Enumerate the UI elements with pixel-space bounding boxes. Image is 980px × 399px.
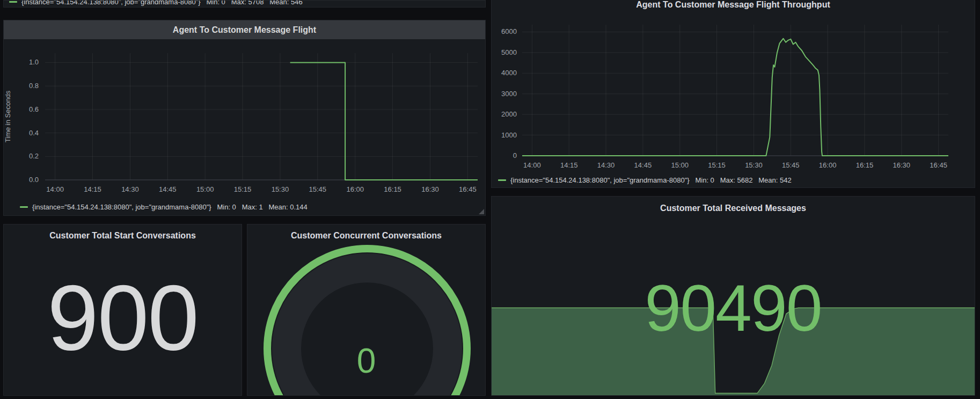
svg-text:16:15: 16:15 — [856, 161, 874, 169]
svg-text:15:45: 15:45 — [309, 185, 327, 193]
svg-text:14:15: 14:15 — [560, 161, 578, 169]
panel-received-messages: Customer Total Received Messages 90490 — [491, 196, 975, 396]
svg-text:16:30: 16:30 — [893, 161, 911, 169]
legend-text: {instance="54.154.24.138:8080", job="gra… — [510, 176, 792, 184]
panel-partial-top: {instance="54.154.24.138:8080", job="gra… — [3, 0, 486, 8]
legend[interactable]: {instance="54.154.24.138:8080", job="gra… — [9, 0, 303, 6]
svg-text:0.2: 0.2 — [29, 152, 39, 160]
svg-text:Time in Seconds: Time in Seconds — [4, 90, 12, 142]
svg-text:16:00: 16:00 — [819, 161, 837, 169]
svg-text:2000: 2000 — [501, 110, 517, 118]
stat-value: 900 — [4, 271, 242, 364]
panel-title[interactable]: Customer Total Start Conversations — [4, 231, 242, 241]
svg-text:5000: 5000 — [501, 48, 517, 56]
series-color-marker — [20, 206, 28, 208]
svg-text:14:00: 14:00 — [46, 185, 64, 193]
svg-text:4000: 4000 — [501, 69, 517, 77]
legend-text: {instance="54.154.24.138:8080", job="gra… — [21, 0, 303, 6]
panel-title[interactable]: Customer Concurrent Conversations — [247, 231, 485, 241]
svg-text:0: 0 — [513, 151, 517, 159]
svg-text:14:30: 14:30 — [121, 185, 139, 193]
series-color-marker — [9, 1, 17, 3]
panel-agent-flight: Agent To Customer Message Flight 14:0014… — [3, 20, 486, 216]
series-color-marker — [498, 179, 506, 181]
svg-text:1000: 1000 — [501, 131, 517, 139]
panel-throughput: Agent To Customer Message Flight Through… — [491, 0, 975, 188]
svg-text:1.0: 1.0 — [29, 58, 39, 66]
panel-start-conversations: Customer Total Start Conversations 900 — [3, 224, 242, 396]
svg-text:15:30: 15:30 — [272, 185, 289, 193]
panel-title[interactable]: Agent To Customer Message Flight Through… — [492, 0, 975, 16]
svg-text:15:00: 15:00 — [671, 161, 689, 169]
svg-text:15:30: 15:30 — [745, 161, 763, 169]
svg-text:16:15: 16:15 — [384, 185, 401, 193]
legend[interactable]: {instance="54.154.24.138:8080", job="gra… — [20, 203, 308, 211]
svg-text:16:30: 16:30 — [421, 185, 439, 193]
svg-text:14:45: 14:45 — [159, 185, 177, 193]
svg-text:14:00: 14:00 — [523, 161, 541, 169]
svg-text:0.4: 0.4 — [29, 129, 39, 137]
svg-text:15:15: 15:15 — [708, 161, 726, 169]
svg-text:16:45: 16:45 — [459, 185, 477, 193]
panel-title[interactable]: Agent To Customer Message Flight — [173, 25, 316, 35]
panel-resize-handle[interactable] — [479, 209, 484, 214]
svg-text:6000: 6000 — [501, 27, 517, 35]
svg-text:16:45: 16:45 — [930, 161, 947, 169]
svg-text:15:45: 15:45 — [782, 161, 800, 169]
svg-text:15:15: 15:15 — [234, 185, 252, 193]
throughput-chart[interactable]: 14:0014:1514:3014:4515:0015:1515:3015:45… — [492, 16, 975, 188]
legend-text: {instance="54.154.24.138:8080", job="gra… — [32, 203, 308, 211]
svg-text:14:15: 14:15 — [84, 185, 101, 193]
svg-text:0.0: 0.0 — [29, 176, 39, 184]
panel-concurrent-conversations: Customer Concurrent Conversations 0 — [247, 224, 486, 396]
svg-text:3000: 3000 — [501, 90, 517, 98]
stat-value: 90490 — [492, 275, 975, 341]
svg-text:14:45: 14:45 — [634, 161, 652, 169]
svg-text:0.6: 0.6 — [29, 105, 39, 113]
panel-title[interactable]: Customer Total Received Messages — [492, 204, 975, 213]
dashboard: {instance="54.154.24.138:8080", job="gra… — [0, 0, 980, 399]
svg-text:14:30: 14:30 — [597, 161, 615, 169]
flight-chart[interactable]: 14:0014:1514:3014:4515:0015:1515:3015:45… — [4, 39, 486, 216]
svg-text:16:00: 16:00 — [346, 185, 364, 193]
legend[interactable]: {instance="54.154.24.138:8080", job="gra… — [498, 176, 792, 184]
svg-text:0.8: 0.8 — [29, 82, 39, 90]
gauge-value: 0 — [247, 344, 485, 378]
svg-text:15:00: 15:00 — [196, 185, 214, 193]
panel-header[interactable]: Agent To Customer Message Flight — [4, 20, 485, 39]
